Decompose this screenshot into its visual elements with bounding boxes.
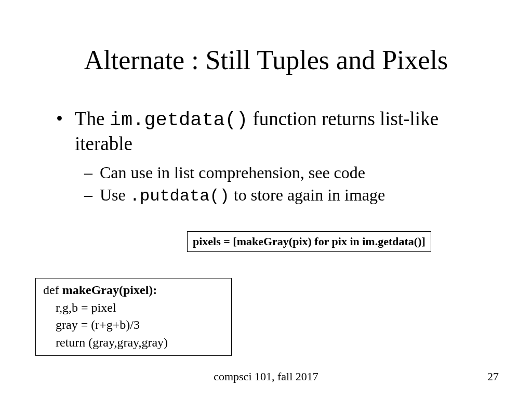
footer-course: compsci 101, fall 2017 (0, 370, 532, 383)
code-box-function: def makeGray(pixel): r,g,b = pixel gray … (35, 278, 232, 356)
sub-bullet-text: Can use in list comprehension, see code (100, 163, 365, 182)
slide-title: Alternate : Still Tuples and Pixels (0, 45, 532, 75)
code-inline: .putdata() (130, 187, 230, 206)
sub-bullet-text: Use (100, 185, 130, 204)
slide: Alternate : Still Tuples and Pixels The … (0, 0, 532, 399)
code-line: r,g,b = pixel (43, 299, 224, 317)
sub-bullet-item: Can use in list comprehension, see code (84, 162, 487, 184)
bullet-item: The im.getdata() function returns list-l… (56, 107, 487, 207)
code-box-comprehension: pixels = [makeGray(pix) for pix in im.ge… (187, 231, 431, 252)
footer-page-number: 27 (487, 370, 499, 383)
bullet-text: The (75, 108, 110, 129)
code-line: return (gray,gray,gray) (43, 334, 224, 352)
code-line: def makeGray(pixel): (43, 282, 224, 299)
sub-bullet-text: to store again in image (230, 185, 385, 204)
slide-body: The im.getdata() function returns list-l… (56, 107, 487, 215)
sub-bullet-item: Use .putdata() to store again in image (84, 184, 487, 207)
code-inline: im.getdata() (110, 109, 248, 131)
code-line: gray = (r+g+b)/3 (43, 316, 224, 334)
